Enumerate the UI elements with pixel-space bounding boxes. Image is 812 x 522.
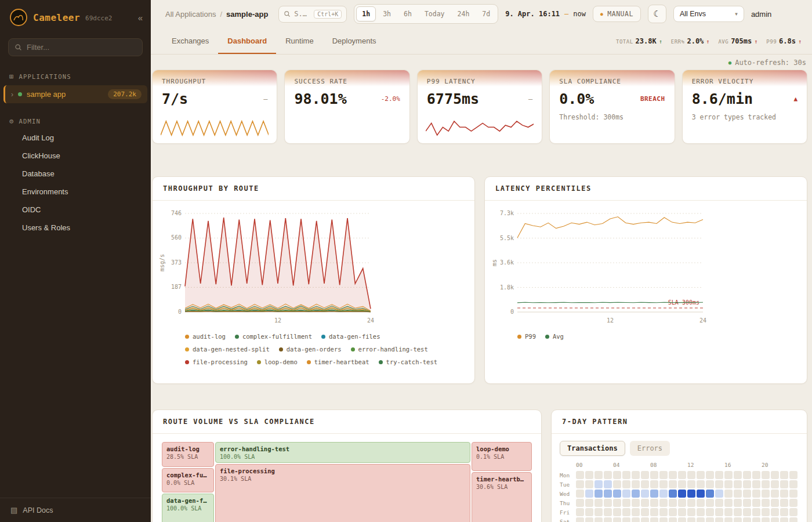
heatmap-cell[interactable] xyxy=(762,517,770,522)
heatmap-cell[interactable] xyxy=(706,499,714,507)
heatmap-cell[interactable] xyxy=(659,517,668,522)
heatmap-cell[interactable] xyxy=(771,490,779,498)
legend-item-data-gen-orders[interactable]: data-gen-orders xyxy=(279,346,342,353)
date-range[interactable]: 9. Apr. 16:11 — now xyxy=(505,10,586,18)
treemap-block-error-handling-test[interactable]: error-handling-test100.0% SLA xyxy=(215,442,470,463)
sidebar-item-clickhouse[interactable]: ClickHouse xyxy=(0,147,151,165)
heatmap-cell[interactable] xyxy=(780,471,788,479)
heatmap-cell[interactable] xyxy=(594,499,603,507)
heatmap-cell[interactable] xyxy=(743,480,751,488)
heatmap-cell[interactable] xyxy=(752,499,760,507)
heatmap-cell[interactable] xyxy=(762,508,770,516)
heatmap-cell[interactable] xyxy=(641,517,649,522)
heatmap-cell[interactable] xyxy=(724,508,733,516)
heatmap-cell[interactable] xyxy=(697,490,705,498)
heatmap-cell[interactable] xyxy=(780,517,788,522)
heatmap-cell[interactable] xyxy=(613,490,621,498)
legend-item-timer-heartbeat[interactable]: timer-heartbeat xyxy=(307,358,369,365)
heatmap-cell[interactable] xyxy=(789,480,798,488)
heatmap-cell[interactable] xyxy=(734,480,742,488)
sidebar-item-users-roles[interactable]: Users & Roles xyxy=(0,219,151,237)
heatmap-cell[interactable] xyxy=(650,508,658,516)
heatmap-cell[interactable] xyxy=(669,517,677,522)
heatmap-cell[interactable] xyxy=(604,517,612,522)
heatmap-cell[interactable] xyxy=(780,480,788,488)
heatmap-cell[interactable] xyxy=(678,490,686,498)
heatmap-cell[interactable] xyxy=(743,471,751,479)
heatmap-cell[interactable] xyxy=(762,471,770,479)
heatmap-cell[interactable] xyxy=(594,490,603,498)
heatmap-cell[interactable] xyxy=(622,499,630,507)
treemap-block-data-gen-files[interactable]: data-gen-files100.0% SLA xyxy=(162,494,214,522)
breadcrumb-root[interactable]: All Applications xyxy=(165,10,216,19)
heatmap-cell[interactable] xyxy=(613,508,621,516)
heatmap-cell[interactable] xyxy=(697,471,705,479)
heatmap-cell[interactable] xyxy=(687,480,695,488)
heatmap-cell[interactable] xyxy=(706,490,714,498)
heatmap-toggle-errors[interactable]: Errors xyxy=(630,441,670,456)
heatmap-cell[interactable] xyxy=(604,490,612,498)
heatmap-cell[interactable] xyxy=(687,508,695,516)
legend-item-avg[interactable]: Avg xyxy=(545,333,564,340)
tab-runtime[interactable]: Runtime xyxy=(276,28,322,54)
legend-item-try-catch-test[interactable]: try-catch-test xyxy=(379,358,438,365)
heatmap-cell[interactable] xyxy=(641,471,649,479)
heatmap-cell[interactable] xyxy=(697,517,705,522)
heatmap-cell[interactable] xyxy=(650,480,658,488)
heatmap-cell[interactable] xyxy=(622,517,630,522)
tab-dashboard[interactable]: Dashboard xyxy=(218,28,276,54)
heatmap-cell[interactable] xyxy=(789,490,798,498)
sidebar-item-sample-app[interactable]: › sample app 207.2k xyxy=(3,85,147,103)
heatmap-cell[interactable] xyxy=(669,471,677,479)
tab-deployments[interactable]: Deployments xyxy=(323,28,386,54)
time-range-7d[interactable]: 7d xyxy=(476,6,496,21)
treemap-block-complex-fulfillment[interactable]: complex-fulfillment0.0% SLA xyxy=(162,468,214,492)
heatmap-cell[interactable] xyxy=(632,471,640,479)
legend-item-p99[interactable]: P99 xyxy=(517,333,536,340)
sidebar-filter-input[interactable] xyxy=(27,43,136,52)
heatmap-cell[interactable] xyxy=(697,499,705,507)
heatmap-cell[interactable] xyxy=(576,508,584,516)
heatmap-cell[interactable] xyxy=(678,471,686,479)
heatmap-cell[interactable] xyxy=(632,517,640,522)
heatmap-cell[interactable] xyxy=(724,517,733,522)
time-range-6h[interactable]: 6h xyxy=(398,6,418,21)
heatmap-cell[interactable] xyxy=(622,508,630,516)
heatmap-cell[interactable] xyxy=(771,480,779,488)
sidebar-collapse-button[interactable]: « xyxy=(138,13,143,23)
heatmap-cell[interactable] xyxy=(706,508,714,516)
heatmap-cell[interactable] xyxy=(724,480,733,488)
heatmap-cell[interactable] xyxy=(687,490,695,498)
user-menu[interactable]: admin xyxy=(751,10,771,19)
heatmap-cell[interactable] xyxy=(752,471,760,479)
legend-item-loop-demo[interactable]: loop-demo xyxy=(257,358,298,365)
heatmap-cell[interactable] xyxy=(678,517,686,522)
heatmap-cell[interactable] xyxy=(622,480,630,488)
heatmap-cell[interactable] xyxy=(752,508,760,516)
heatmap-cell[interactable] xyxy=(715,517,723,522)
time-range-3h[interactable]: 3h xyxy=(377,6,397,21)
heatmap-cell[interactable] xyxy=(669,490,677,498)
heatmap-cell[interactable] xyxy=(687,517,695,522)
time-range-today[interactable]: Today xyxy=(419,6,451,21)
heatmap-cell[interactable] xyxy=(585,471,593,479)
heatmap-cell[interactable] xyxy=(789,499,798,507)
heatmap-cell[interactable] xyxy=(613,480,621,488)
legend-item-audit-log[interactable]: audit-log xyxy=(185,333,226,340)
heatmap-cell[interactable] xyxy=(669,508,677,516)
heatmap-cell[interactable] xyxy=(743,517,751,522)
sidebar-item-database[interactable]: Database xyxy=(0,165,151,183)
legend-item-complex-fulfillment[interactable]: complex-fulfillment xyxy=(235,333,312,340)
heatmap-cell[interactable] xyxy=(594,508,603,516)
heatmap-cell[interactable] xyxy=(585,517,593,522)
heatmap-cell[interactable] xyxy=(687,499,695,507)
heatmap-cell[interactable] xyxy=(789,517,798,522)
heatmap-cell[interactable] xyxy=(752,490,760,498)
sidebar-item-audit-log[interactable]: Audit Log xyxy=(0,129,151,147)
heatmap-cell[interactable] xyxy=(641,508,649,516)
heatmap-cell[interactable] xyxy=(632,490,640,498)
heatmap-cell[interactable] xyxy=(762,480,770,488)
heatmap-cell[interactable] xyxy=(604,508,612,516)
heatmap-cell[interactable] xyxy=(576,480,584,488)
heatmap-cell[interactable] xyxy=(715,499,723,507)
